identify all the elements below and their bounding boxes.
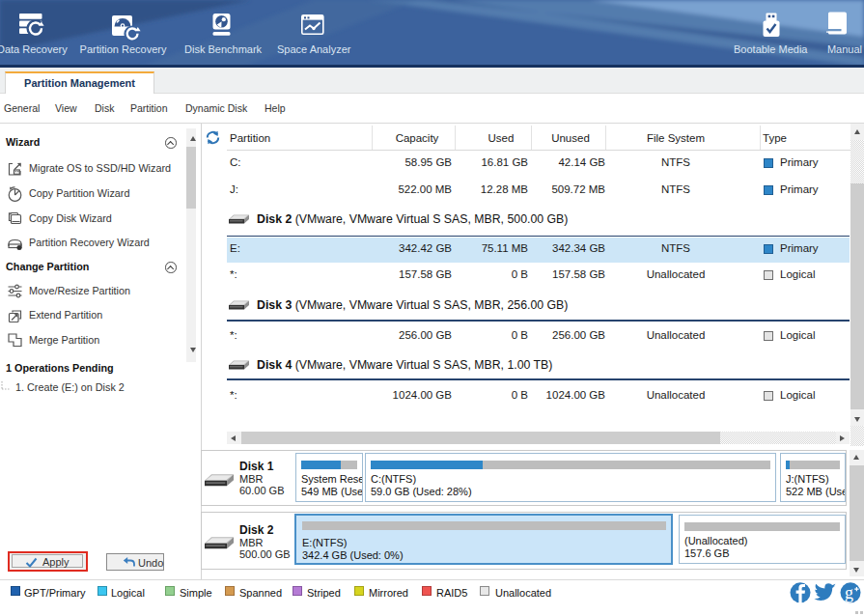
svg-text:g: g <box>845 583 853 602</box>
